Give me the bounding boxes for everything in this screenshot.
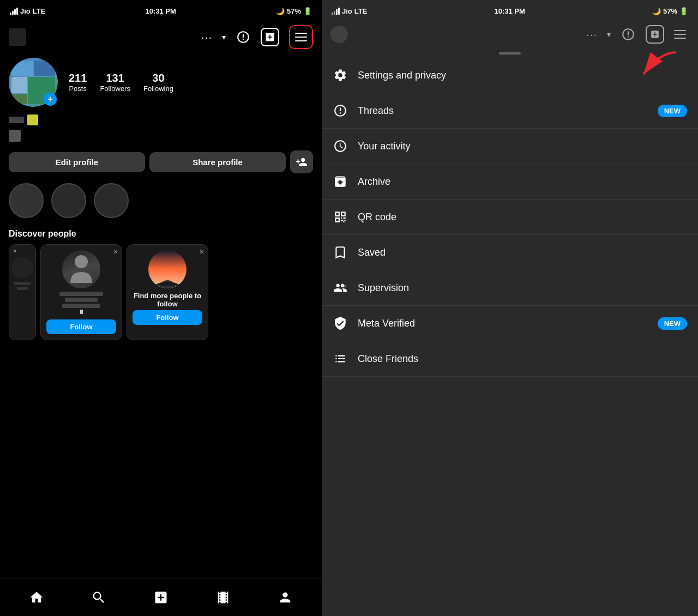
bio-row <box>9 130 313 142</box>
discover-card-1[interactable]: ✕ Follow <box>40 244 122 340</box>
followers-count: 131 <box>106 72 124 84</box>
more-dots[interactable]: ··· <box>201 31 212 44</box>
svg-point-0 <box>75 255 88 268</box>
menu-item-saved[interactable]: Saved <box>322 235 698 270</box>
add-post-icon[interactable] <box>261 28 279 46</box>
card-name-pixels-1 <box>59 292 103 314</box>
follow-button-1[interactable]: Follow <box>46 319 116 334</box>
threads-menu-icon <box>333 103 348 118</box>
close-partial[interactable]: ✕ <box>13 248 17 254</box>
highlight-item-3[interactable] <box>94 183 129 218</box>
home-nav-item[interactable] <box>23 584 50 611</box>
menu-item-archive[interactable]: Archive <box>322 164 698 200</box>
menu-item-metaverified[interactable]: Meta Verified NEW <box>322 306 698 341</box>
hamburger-line-2 <box>295 37 307 38</box>
chevron-down-icon[interactable]: ▾ <box>222 33 226 41</box>
menu-item-activity[interactable]: Your activity <box>322 129 698 164</box>
highlight-item[interactable] <box>9 183 44 218</box>
profile-section: + 211 Posts 131 Followers 30 Following <box>0 52 322 112</box>
menu-item-threads[interactable]: Threads NEW <box>322 93 698 129</box>
qr-label: QR code <box>358 212 687 223</box>
follow-button-2[interactable]: Follow <box>133 310 202 325</box>
highlight-circle-2 <box>51 183 86 218</box>
discover-card-2[interactable]: ✕ Find more people to follow Follow <box>127 244 208 340</box>
partial-name <box>14 282 31 285</box>
add-story-button[interactable]: + <box>44 93 57 106</box>
left-panel: Jio LTE 10:31 PM 🌙 57% 🔋 ··· ▾ <box>0 0 322 616</box>
pixel-yellow <box>27 114 38 125</box>
gear-icon <box>333 68 348 83</box>
drag-handle <box>499 52 521 55</box>
profile-nav-item[interactable] <box>272 584 299 611</box>
followers-label: Followers <box>100 84 130 93</box>
discover-title: Discover people <box>9 229 313 239</box>
metaverified-label: Meta Verified <box>358 318 648 329</box>
supervision-icon <box>333 280 348 295</box>
hamburger-line-3 <box>295 40 307 41</box>
reels-nav-item[interactable] <box>209 584 237 611</box>
right-battery-label: 57% <box>663 7 677 15</box>
right-carrier-label: Jio <box>342 7 352 15</box>
find-more-text: Find more people to follow <box>133 292 202 308</box>
carrier-label: Jio <box>20 7 31 15</box>
activity-label: Your activity <box>358 141 687 152</box>
right-status-bar: Jio LTE 10:31 PM 🌙 57% 🔋 <box>322 0 698 22</box>
profile-avatar[interactable]: + <box>9 58 58 107</box>
highlight-item-2[interactable] <box>51 183 86 218</box>
left-topnav: ··· ▾ <box>0 22 322 52</box>
menu-button[interactable] <box>289 25 313 49</box>
create-nav-item[interactable] <box>147 584 174 611</box>
right-more-dots[interactable]: ··· <box>586 28 597 41</box>
posts-label: Posts <box>69 84 87 93</box>
highlights-row <box>0 178 322 224</box>
partial-avatar <box>11 257 33 279</box>
followers-stat[interactable]: 131 Followers <box>100 72 130 93</box>
discover-section: Discover people ✕ ✕ <box>0 224 322 343</box>
username-pixels <box>9 114 313 125</box>
supervision-label: Supervision <box>358 282 687 294</box>
archive-icon <box>333 174 348 189</box>
pixel-gray <box>9 130 21 142</box>
right-signal-icon <box>332 8 340 15</box>
battery-icon: 🔋 <box>303 7 312 15</box>
action-buttons: Edit profile Share profile <box>0 146 322 178</box>
right-network-label: LTE <box>354 7 368 15</box>
highlight-circle <box>9 183 44 218</box>
menu-item-closefriends[interactable]: Close Friends <box>322 341 698 377</box>
right-user-avatar <box>330 26 348 43</box>
right-panel: Jio LTE 10:31 PM 🌙 57% 🔋 ··· ▾ <box>322 0 698 616</box>
red-arrow <box>616 47 682 85</box>
menu-item-qrcode[interactable]: QR code <box>322 200 698 235</box>
menu-list: Settings and privacy Threads NEW Your ac… <box>322 58 698 377</box>
right-chevron-icon[interactable]: ▾ <box>607 30 611 39</box>
add-person-button[interactable] <box>290 150 313 173</box>
discover-cards: ✕ ✕ <box>9 244 313 340</box>
following-label: Following <box>143 84 173 93</box>
bookmark-icon <box>333 245 348 260</box>
archive-label: Archive <box>358 176 687 188</box>
search-nav-item[interactable] <box>85 584 112 611</box>
close-card-1[interactable]: ✕ <box>113 248 118 256</box>
saved-label: Saved <box>358 247 687 258</box>
following-stat[interactable]: 30 Following <box>143 72 173 93</box>
threads-icon[interactable] <box>236 29 251 45</box>
right-hamburger-icon[interactable] <box>674 30 689 39</box>
close-card-2[interactable]: ✕ <box>199 248 204 256</box>
posts-count: 211 <box>69 72 87 84</box>
right-add-icon[interactable] <box>646 25 664 44</box>
closefriends-icon <box>333 351 348 366</box>
pixel-block <box>9 117 24 123</box>
right-threads-icon[interactable] <box>621 27 636 42</box>
left-status-bar: Jio LTE 10:31 PM 🌙 57% 🔋 <box>0 0 322 22</box>
profile-stats: 211 Posts 131 Followers 30 Following <box>69 72 313 93</box>
posts-stat[interactable]: 211 Posts <box>69 72 87 93</box>
partial-name2 <box>17 287 28 290</box>
battery-label: 57% <box>287 7 301 15</box>
signal-icon <box>10 8 18 15</box>
activity-icon <box>333 138 348 154</box>
edit-profile-button[interactable]: Edit profile <box>9 152 145 172</box>
discover-card-partial[interactable]: ✕ <box>9 244 36 340</box>
menu-item-supervision[interactable]: Supervision <box>322 270 698 306</box>
share-profile-button[interactable]: Share profile <box>149 152 286 172</box>
right-battery-icon: 🔋 <box>679 7 688 15</box>
